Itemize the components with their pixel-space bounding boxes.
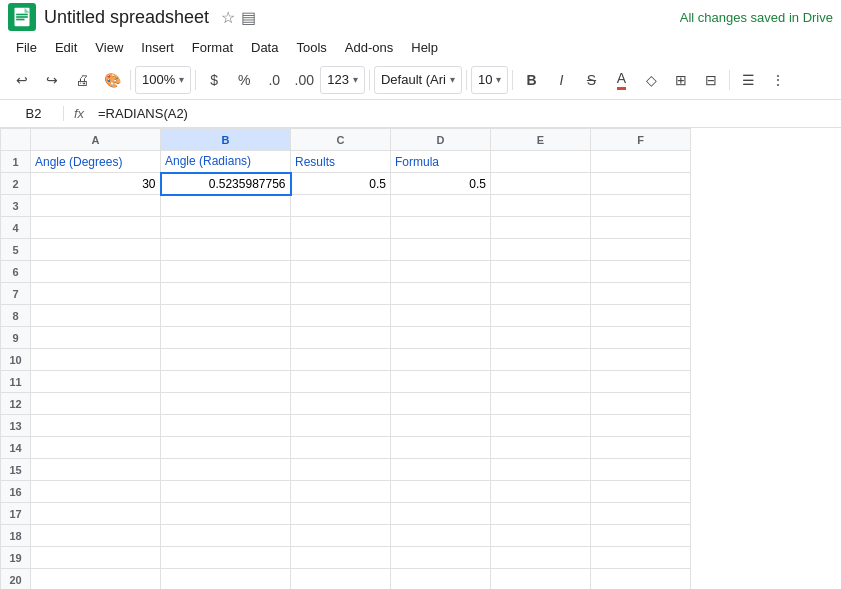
cell-B6[interactable] [161, 261, 291, 283]
cell-A16[interactable] [31, 481, 161, 503]
cell-E2[interactable] [491, 173, 591, 195]
cell-C18[interactable] [291, 525, 391, 547]
more-button[interactable]: ⋮ [764, 66, 792, 94]
cell-B18[interactable] [161, 525, 291, 547]
merge-button[interactable]: ⊟ [697, 66, 725, 94]
cell-F11[interactable] [591, 371, 691, 393]
formula-input[interactable]: =RADIANS(A2) [94, 106, 837, 121]
col-header-e[interactable]: E [491, 129, 591, 151]
cell-B3[interactable] [161, 195, 291, 217]
menu-item-edit[interactable]: Edit [47, 38, 85, 57]
redo-button[interactable]: ↪ [38, 66, 66, 94]
decimal-more-button[interactable]: .0 [260, 66, 288, 94]
cell-A20[interactable] [31, 569, 161, 590]
cell-E5[interactable] [491, 239, 591, 261]
cell-A7[interactable] [31, 283, 161, 305]
cell-B9[interactable] [161, 327, 291, 349]
cell-F9[interactable] [591, 327, 691, 349]
zoom-dropdown[interactable]: 100% ▾ [135, 66, 191, 94]
cell-D2[interactable]: 0.5 [391, 173, 491, 195]
col-header-f[interactable]: F [591, 129, 691, 151]
cell-E9[interactable] [491, 327, 591, 349]
cell-D13[interactable] [391, 415, 491, 437]
cell-A19[interactable] [31, 547, 161, 569]
cell-E15[interactable] [491, 459, 591, 481]
cell-D14[interactable] [391, 437, 491, 459]
cell-D8[interactable] [391, 305, 491, 327]
cell-C2[interactable]: 0.5 [291, 173, 391, 195]
percent-button[interactable]: % [230, 66, 258, 94]
cell-A3[interactable] [31, 195, 161, 217]
cell-B2[interactable]: 0.5235987756 [161, 173, 291, 195]
bold-button[interactable]: B [517, 66, 545, 94]
cell-C7[interactable] [291, 283, 391, 305]
cell-D7[interactable] [391, 283, 491, 305]
cell-A12[interactable] [31, 393, 161, 415]
cell-D3[interactable] [391, 195, 491, 217]
fontsize-dropdown[interactable]: 10 ▾ [471, 66, 508, 94]
cell-A8[interactable] [31, 305, 161, 327]
cell-E14[interactable] [491, 437, 591, 459]
col-header-c[interactable]: C [291, 129, 391, 151]
cell-A2[interactable]: 30 [31, 173, 161, 195]
cell-D15[interactable] [391, 459, 491, 481]
cell-E4[interactable] [491, 217, 591, 239]
menu-item-file[interactable]: File [8, 38, 45, 57]
cell-E7[interactable] [491, 283, 591, 305]
cell-E6[interactable] [491, 261, 591, 283]
cell-B5[interactable] [161, 239, 291, 261]
cell-C12[interactable] [291, 393, 391, 415]
cell-C20[interactable] [291, 569, 391, 590]
cell-A4[interactable] [31, 217, 161, 239]
cell-C17[interactable] [291, 503, 391, 525]
cell-F2[interactable] [591, 173, 691, 195]
col-header-d[interactable]: D [391, 129, 491, 151]
cell-D17[interactable] [391, 503, 491, 525]
menu-item-help[interactable]: Help [403, 38, 446, 57]
menu-item-format[interactable]: Format [184, 38, 241, 57]
font-dropdown[interactable]: Default (Ari ▾ [374, 66, 462, 94]
cell-E20[interactable] [491, 569, 591, 590]
cell-reference[interactable]: B2 [4, 106, 64, 121]
cell-F13[interactable] [591, 415, 691, 437]
menu-item-data[interactable]: Data [243, 38, 286, 57]
cell-C10[interactable] [291, 349, 391, 371]
cell-A1[interactable]: Angle (Degrees) [31, 151, 161, 173]
cell-C16[interactable] [291, 481, 391, 503]
cell-F19[interactable] [591, 547, 691, 569]
cell-D6[interactable] [391, 261, 491, 283]
cell-F16[interactable] [591, 481, 691, 503]
cell-C8[interactable] [291, 305, 391, 327]
cell-B14[interactable] [161, 437, 291, 459]
cell-B7[interactable] [161, 283, 291, 305]
cell-B1[interactable]: Angle (Radians) [161, 151, 291, 173]
star-icon[interactable]: ☆ [221, 8, 235, 27]
cell-C1[interactable]: Results [291, 151, 391, 173]
cell-B4[interactable] [161, 217, 291, 239]
cell-B15[interactable] [161, 459, 291, 481]
cell-C4[interactable] [291, 217, 391, 239]
cell-F8[interactable] [591, 305, 691, 327]
strikethrough-button[interactable]: S [577, 66, 605, 94]
cell-B12[interactable] [161, 393, 291, 415]
cell-D4[interactable] [391, 217, 491, 239]
cell-F15[interactable] [591, 459, 691, 481]
cell-A10[interactable] [31, 349, 161, 371]
cell-E19[interactable] [491, 547, 591, 569]
cell-A15[interactable] [31, 459, 161, 481]
cell-F18[interactable] [591, 525, 691, 547]
cell-F20[interactable] [591, 569, 691, 590]
cell-D9[interactable] [391, 327, 491, 349]
cell-B8[interactable] [161, 305, 291, 327]
cell-C14[interactable] [291, 437, 391, 459]
cell-F17[interactable] [591, 503, 691, 525]
format-dropdown[interactable]: 123 ▾ [320, 66, 365, 94]
cell-C11[interactable] [291, 371, 391, 393]
menu-item-tools[interactable]: Tools [288, 38, 334, 57]
cell-F1[interactable] [591, 151, 691, 173]
borders-button[interactable]: ⊞ [667, 66, 695, 94]
cell-A18[interactable] [31, 525, 161, 547]
folder-icon[interactable]: ▤ [241, 8, 256, 27]
cell-A17[interactable] [31, 503, 161, 525]
cell-E13[interactable] [491, 415, 591, 437]
